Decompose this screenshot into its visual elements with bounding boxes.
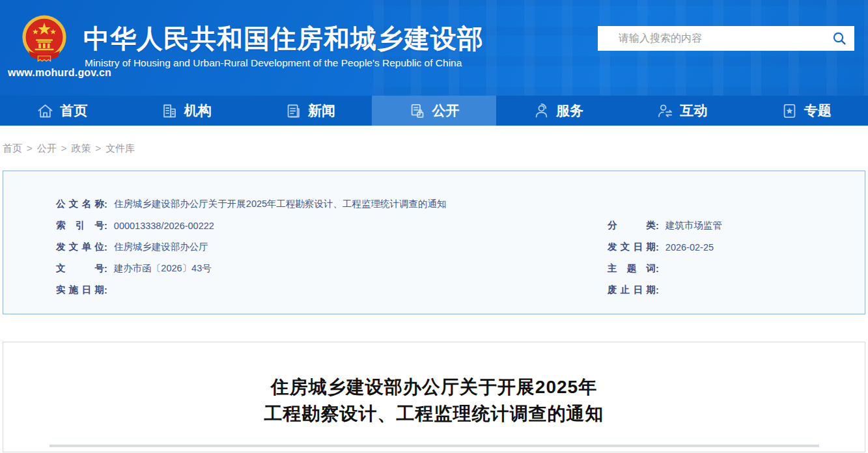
organization-icon: [161, 102, 178, 120]
breadcrumb-separator: >: [22, 143, 37, 154]
topics-icon: [781, 102, 798, 120]
repeal-date-label: 废止日期: [608, 284, 656, 296]
colon: :: [656, 264, 659, 274]
subject-label: 主题词: [608, 262, 656, 275]
colon: :: [104, 264, 107, 274]
site-header: www.mohurd.gov.cn 中华人民共和国住房和城乡建设部 Minist…: [0, 0, 868, 96]
breadcrumb: 首页>公开>政策>文件库: [3, 143, 135, 154]
breadcrumb-disclosure[interactable]: 公开: [37, 143, 57, 154]
meta-row-category: 分类: 建筑市场监管: [608, 215, 865, 236]
main-nav: 首页 机构 新闻 公开 服务: [0, 96, 868, 126]
nav-label: 新闻: [308, 102, 335, 120]
issuer-value: 住房城乡建设部办公厅: [114, 241, 208, 253]
doc-no-value: 建办市函〔2026〕43号: [114, 262, 212, 275]
breadcrumb-home[interactable]: 首页: [3, 143, 22, 154]
document-meta-box: 公文名称: 住房城乡建设部办公厅关于开展2025年工程勘察设计、工程监理统计调查…: [3, 171, 865, 314]
nav-item-disclosure[interactable]: 公开: [372, 96, 496, 126]
service-icon: [533, 102, 550, 120]
search-box: [598, 26, 854, 51]
colon: :: [656, 242, 659, 253]
search-input[interactable]: [598, 33, 824, 44]
breadcrumb-policy[interactable]: 政策: [72, 143, 91, 154]
index-label: 索引号: [56, 219, 104, 232]
colon: :: [104, 199, 107, 210]
nav-item-topics[interactable]: 专题: [744, 96, 868, 126]
nav-label: 机构: [184, 102, 212, 120]
issue-date-value: 2026-02-25: [665, 242, 714, 253]
colon: :: [656, 221, 659, 231]
doc-name-label: 公文名称: [56, 198, 104, 210]
national-emblem-logo: [18, 13, 70, 68]
article-title: 住房城乡建设部办公厅关于开展2025年 工程勘察设计、工程监理统计调查的通知: [3, 374, 865, 427]
meta-row-doc-no: 文号: 建办市函〔2026〕43号: [56, 258, 608, 279]
nav-item-interaction[interactable]: 互动: [620, 96, 744, 126]
nav-label: 互动: [680, 102, 707, 120]
article-title-line2: 工程勘察设计、工程监理统计调查的通知: [3, 400, 865, 427]
nav-label: 服务: [556, 102, 583, 120]
category-label: 分类: [608, 219, 656, 232]
doc-no-label: 文号: [56, 262, 104, 275]
breadcrumb-separator: >: [57, 143, 72, 154]
breadcrumb-separator: >: [91, 143, 106, 154]
article-content-box: 住房城乡建设部办公厅关于开展2025年 工程勘察设计、工程监理统计调查的通知: [3, 342, 865, 452]
doc-name-value: 住房城乡建设部办公厅关于开展2025年工程勘察设计、工程监理统计调查的通知: [114, 198, 447, 210]
news-icon: [285, 102, 302, 120]
nav-item-organization[interactable]: 机构: [124, 96, 247, 126]
nav-label: 首页: [60, 102, 87, 120]
colon: :: [104, 285, 107, 295]
issue-date-label: 发文日期: [608, 241, 656, 253]
nav-item-news[interactable]: 新闻: [248, 96, 372, 126]
issuer-label: 发文单位: [56, 241, 104, 253]
nav-label: 公开: [432, 102, 459, 120]
nav-item-service[interactable]: 服务: [496, 96, 620, 126]
meta-row-index: 索引号: 000013338/2026-00222: [56, 215, 608, 236]
meta-row-issuer: 发文单位: 住房城乡建设部办公厅: [56, 236, 608, 258]
breadcrumb-document-library[interactable]: 文件库: [105, 143, 135, 154]
nav-label: 专题: [804, 102, 832, 120]
search-button[interactable]: [824, 26, 854, 51]
meta-row-impl-date: 实施日期:: [56, 279, 608, 301]
home-icon: [36, 102, 54, 120]
colon: :: [104, 242, 107, 253]
search-icon: [832, 31, 847, 46]
colon: :: [104, 221, 107, 231]
nav-item-home[interactable]: 首页: [0, 96, 124, 126]
site-title-english: Ministry of Housing and Urban-Rural Deve…: [85, 57, 462, 69]
impl-date-label: 实施日期: [56, 284, 104, 296]
breadcrumb-bar: 首页>公开>政策>文件库: [0, 126, 868, 171]
meta-row-doc-name: 公文名称: 住房城乡建设部办公厅关于开展2025年工程勘察设计、工程监理统计调查…: [56, 193, 608, 215]
article-title-line1: 住房城乡建设部办公厅关于开展2025年: [3, 374, 865, 400]
meta-row-repeal-date: 废止日期:: [608, 279, 865, 301]
meta-row-subject: 主题词:: [608, 258, 865, 279]
disclosure-icon: [408, 102, 426, 120]
meta-row-empty: [608, 193, 865, 215]
index-value: 000013338/2026-00222: [114, 221, 214, 231]
category-value: 建筑市场监管: [665, 219, 722, 232]
meta-row-issue-date: 发文日期: 2026-02-25: [608, 236, 865, 258]
site-title-chinese: 中华人民共和国住房和城乡建设部: [83, 21, 484, 57]
interaction-icon: [656, 102, 674, 120]
colon: :: [656, 285, 659, 295]
title-divider: [49, 445, 819, 447]
